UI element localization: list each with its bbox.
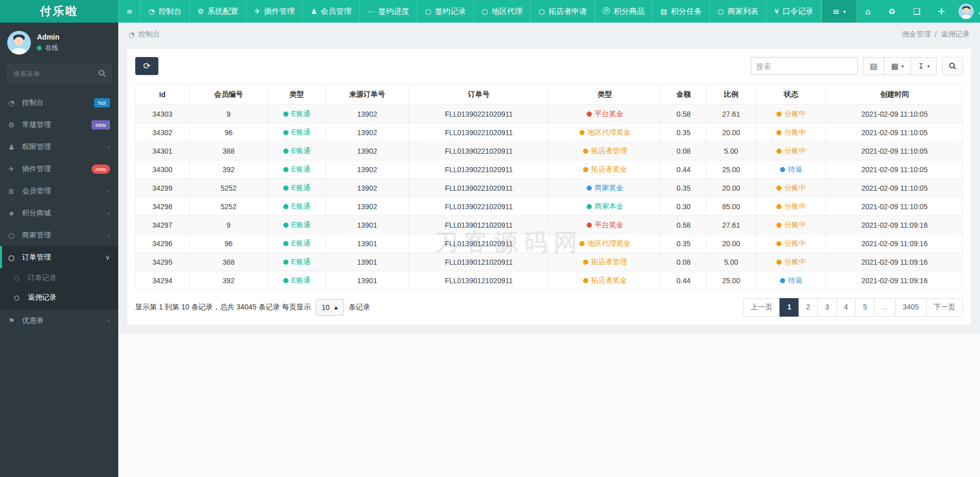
account_type-flag[interactable]: E账通 bbox=[283, 276, 311, 285]
search-button[interactable] bbox=[942, 57, 963, 75]
sidebar-dashboard[interactable]: ◔控制台hot bbox=[0, 91, 118, 114]
column-header-order_no[interactable]: 订单号 bbox=[408, 85, 549, 105]
ellipsis-icon: ⋯ bbox=[368, 7, 375, 15]
status-flag[interactable]: 分账中 bbox=[776, 239, 806, 248]
nav-shop-expander-apply[interactable]: ○拓店者申请 bbox=[531, 0, 595, 23]
sidebar-order-manage[interactable]: ○订单管理∨ bbox=[0, 246, 118, 268]
trash-icon[interactable]: ♻ bbox=[879, 7, 904, 16]
breadcrumb-dashboard[interactable]: ◔ 控制台 bbox=[129, 30, 160, 39]
sidebar-order-record[interactable]: ○订单记录 bbox=[0, 268, 118, 288]
reward_type-flag[interactable]: 拓店者管理 bbox=[583, 258, 627, 267]
next-page-button[interactable]: 下一页 bbox=[926, 298, 963, 317]
reward_type-flag[interactable]: 商家本金 bbox=[587, 202, 624, 211]
sidebar-rebate-record[interactable]: ○返佣记录 bbox=[0, 288, 118, 307]
column-header-created_at[interactable]: 创建时间 bbox=[826, 85, 963, 105]
sidebar-points-mall[interactable]: ★积分商城‹ bbox=[0, 202, 118, 224]
nav-system-config-label: 系统配置 bbox=[208, 7, 239, 16]
page-button-3[interactable]: 3 bbox=[818, 298, 837, 317]
columns-button[interactable]: ▦▾ bbox=[884, 57, 911, 75]
reward_type-flag[interactable]: 拓店者奖金 bbox=[583, 276, 627, 285]
nav-sign-progress[interactable]: ⋯签约进度 bbox=[360, 0, 418, 23]
column-header-account_type[interactable]: 类型 bbox=[268, 85, 326, 105]
account_type-flag[interactable]: E账通 bbox=[283, 128, 311, 137]
menu-search-input[interactable] bbox=[7, 64, 112, 83]
account_type-flag[interactable]: E账通 bbox=[283, 184, 311, 193]
nav-member-manage[interactable]: ♟会员管理 bbox=[303, 0, 360, 23]
column-header-status[interactable]: 状态 bbox=[756, 85, 826, 105]
page-button-4[interactable]: 4 bbox=[837, 298, 856, 317]
fullscreen-icon[interactable]: ✛ bbox=[929, 7, 953, 16]
breadcrumb-parent[interactable]: 佣金管理 bbox=[902, 30, 931, 39]
reward_type-flag[interactable]: 地区代理奖金 bbox=[579, 128, 631, 137]
reward_type-flag[interactable]: 平台奖金 bbox=[587, 109, 624, 119]
id-cell: 34298 bbox=[136, 197, 190, 216]
user-menu[interactable]: Admin bbox=[953, 0, 980, 23]
list-dropdown-button[interactable]: ≡ ▾ bbox=[822, 0, 857, 23]
sidebar-coupon[interactable]: ⚑优惠券‹ bbox=[0, 309, 118, 332]
export-button[interactable]: ↧▾ bbox=[911, 57, 937, 75]
account_type-flag[interactable]: E账通 bbox=[283, 221, 311, 230]
column-header-amount[interactable]: 金额 bbox=[661, 85, 706, 105]
status-dot-icon bbox=[587, 186, 592, 191]
nav-points-task[interactable]: ▤积分任务 bbox=[652, 0, 710, 23]
reward_type-flag[interactable]: 拓店者管理 bbox=[583, 146, 627, 156]
refresh-button[interactable]: ⟳ bbox=[135, 57, 158, 75]
page-button-1[interactable]: 1 bbox=[779, 298, 799, 317]
home-icon[interactable]: ⌂ bbox=[857, 7, 879, 16]
reward_type-flag[interactable]: 平台奖金 bbox=[587, 221, 624, 230]
nav-merchant-list[interactable]: ○商家列表 bbox=[710, 0, 767, 23]
page-button-2[interactable]: 2 bbox=[798, 298, 818, 317]
column-header-member_no[interactable]: 会员编号 bbox=[189, 85, 268, 105]
nav-plugin-manage[interactable]: ✈插件管理 bbox=[247, 0, 303, 23]
id-cell: 34303 bbox=[136, 105, 190, 123]
reward_type-flag[interactable]: 商家奖金 bbox=[587, 184, 624, 193]
column-header-source_order_no[interactable]: 来源订单号 bbox=[326, 85, 409, 105]
circle-icon: ○ bbox=[718, 7, 724, 15]
page-button-3405[interactable]: 3405 bbox=[895, 298, 927, 317]
toggle-view-button[interactable]: ▤ bbox=[863, 57, 884, 75]
page-button-5[interactable]: 5 bbox=[855, 298, 875, 317]
nav-region-agent[interactable]: ○地区代理 bbox=[474, 0, 531, 23]
sidebar-merchant-manage[interactable]: ○商家管理‹ bbox=[0, 224, 118, 246]
log-icon[interactable]: ❏ bbox=[904, 7, 929, 16]
nav-dashboard[interactable]: ◔控制台 bbox=[141, 0, 190, 23]
circle-icon: ○ bbox=[14, 274, 28, 282]
status-flag[interactable]: 待返 bbox=[780, 276, 803, 285]
sidebar-permission-manage[interactable]: ♟权限管理‹ bbox=[0, 136, 118, 158]
column-header-ratio[interactable]: 比例 bbox=[706, 85, 756, 105]
status-flag[interactable]: 分账中 bbox=[776, 221, 806, 230]
reward_type-flag[interactable]: 地区代理奖金 bbox=[579, 239, 631, 248]
nav-password-record[interactable]: ¥口令记录 bbox=[767, 0, 822, 23]
account_type-flag[interactable]: E账通 bbox=[283, 109, 311, 119]
nav-sign-record[interactable]: ○签约记录 bbox=[418, 0, 474, 23]
reward_type-flag[interactable]: 拓店者奖金 bbox=[583, 165, 627, 174]
menu-toggle[interactable]: ≡ bbox=[118, 0, 141, 23]
sidebar-general-manage[interactable]: ⚙常规管理new bbox=[0, 114, 118, 136]
order_no-cell: FLL01390221020911 bbox=[408, 197, 549, 216]
status-flag[interactable]: 待返 bbox=[780, 165, 803, 174]
order_no-cell: FLL01390121020911 bbox=[408, 216, 549, 234]
status-flag[interactable]: 分账中 bbox=[776, 109, 806, 119]
status-flag[interactable]: 分账中 bbox=[776, 128, 806, 137]
column-header-reward_type[interactable]: 类型 bbox=[549, 85, 661, 105]
sidebar-plugin-manage[interactable]: ✈插件管理new bbox=[0, 158, 118, 180]
nav-points-goods[interactable]: Ⓟ积分商品 bbox=[595, 0, 652, 23]
amount-cell: 0.58 bbox=[661, 105, 706, 123]
table-search-input[interactable] bbox=[751, 57, 858, 75]
account_type-flag[interactable]: E账通 bbox=[283, 202, 311, 211]
status-flag[interactable]: 分账中 bbox=[776, 184, 806, 193]
account_type-flag[interactable]: E账通 bbox=[283, 146, 311, 156]
status-flag[interactable]: 分账中 bbox=[776, 146, 806, 156]
status-dot-icon bbox=[583, 167, 588, 172]
nav-system-config[interactable]: ⚙系统配置 bbox=[190, 0, 247, 23]
column-header-id[interactable]: Id bbox=[136, 85, 190, 105]
account_type-flag[interactable]: E账通 bbox=[283, 239, 311, 248]
status-flag[interactable]: 分账中 bbox=[776, 258, 806, 267]
account_type-flag[interactable]: E账通 bbox=[283, 165, 311, 174]
sidebar-member-manage[interactable]: ≣会员管理‹ bbox=[0, 180, 118, 202]
prev-page-button[interactable]: 上一页 bbox=[743, 298, 780, 317]
amount-cell: 0.44 bbox=[661, 271, 706, 290]
page-size-dropdown[interactable]: 10 ▲ bbox=[316, 299, 344, 316]
account_type-flag[interactable]: E账通 bbox=[283, 258, 311, 267]
status-flag[interactable]: 分账中 bbox=[776, 202, 806, 211]
